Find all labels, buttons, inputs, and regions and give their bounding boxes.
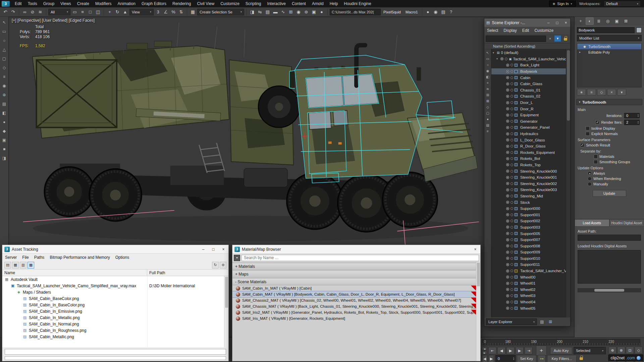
explorer-layers-icon[interactable]: ▤ bbox=[539, 318, 545, 325]
freeze-icon[interactable] bbox=[511, 120, 513, 123]
workspaces-dropdown[interactable]: Default ▾ bbox=[604, 1, 641, 7]
visibility-eye-icon[interactable] bbox=[506, 176, 509, 179]
freeze-icon[interactable] bbox=[511, 232, 513, 235]
scene-search-input[interactable] bbox=[486, 36, 546, 42]
tab-houdini-digital-asset[interactable]: Houdini Digital Asset bbox=[609, 219, 644, 227]
lock-icon[interactable] bbox=[580, 357, 583, 360]
Wheel00[interactable]: Wheel00 bbox=[491, 274, 566, 280]
freeze-icon[interactable] bbox=[511, 132, 513, 135]
freeze-icon[interactable] bbox=[511, 214, 513, 216]
left-toolbar-icon[interactable]: ▤ bbox=[1, 101, 7, 107]
visibility-eye-icon[interactable] bbox=[506, 182, 509, 185]
left-toolbar-icon[interactable]: △ bbox=[1, 47, 7, 53]
freeze-icon[interactable] bbox=[511, 64, 513, 66]
freeze-icon[interactable] bbox=[511, 238, 513, 241]
Support005[interactable]: Support005 bbox=[491, 230, 566, 237]
material-group-header[interactable]: - Scene Materials bbox=[232, 278, 476, 285]
freeze-icon[interactable] bbox=[511, 170, 513, 173]
scene-explorer-menu-item[interactable]: Display bbox=[501, 28, 519, 33]
Bodywork[interactable]: Bodywork bbox=[491, 68, 566, 75]
material-list-scrollbar[interactable] bbox=[476, 262, 480, 361]
select-and-move-icon[interactable]: + bbox=[106, 8, 113, 16]
visibility-eye-icon[interactable] bbox=[506, 120, 509, 123]
snap-toggle-icon[interactable]: 3 bbox=[154, 8, 162, 16]
SAM_Cabin_Metallic.png[interactable]: ▨SAM_Cabin_Metallic.png bbox=[2, 334, 228, 340]
R_Door_Glass[interactable]: R_Door_Glass bbox=[491, 143, 566, 149]
menubar-item[interactable]: Houdini Engine bbox=[341, 0, 374, 7]
freeze-icon[interactable] bbox=[511, 288, 513, 291]
left-toolbar-icon[interactable]: ◉ bbox=[1, 83, 7, 89]
material-row[interactable]: SAM_Cabin_MAT ( VRayMtl ) [Bodywork, Cab… bbox=[232, 291, 476, 297]
app-logo-icon[interactable]: 3 bbox=[2, 1, 10, 7]
modifier-stack-row[interactable]: ◉TurboSmooth bbox=[577, 44, 641, 49]
modifier-stack-row[interactable]: ▸Editable Poly bbox=[577, 49, 641, 55]
pick-filter-icon[interactable]: ↖ bbox=[486, 51, 489, 55]
Steering_Knuckle000[interactable]: Steering_Knuckle000 bbox=[491, 168, 566, 174]
asset-details-view-icon[interactable]: ▥ bbox=[20, 262, 26, 268]
left-toolbar-icon[interactable]: ● bbox=[1, 119, 7, 125]
tab-load-assets[interactable]: Load Assets bbox=[575, 219, 609, 227]
freeze-icon[interactable] bbox=[511, 188, 513, 191]
Maps / Shaders[interactable]: ◈Maps / Shaders bbox=[2, 289, 228, 295]
asset-tracking-menu-item[interactable]: File bbox=[19, 255, 31, 260]
visibility-eye-icon[interactable] bbox=[506, 294, 509, 297]
Generator[interactable]: Generator bbox=[491, 118, 566, 125]
full-path-column-header[interactable]: Full Path bbox=[147, 269, 228, 276]
visibility-eye-icon[interactable] bbox=[506, 138, 509, 141]
pixelsquid-button[interactable]: PixelSquid bbox=[381, 10, 403, 14]
Support011[interactable]: Support011 bbox=[491, 261, 566, 268]
viewport-label[interactable]: [+] [Perspective] [User Defined] [Edged … bbox=[12, 18, 95, 23]
pin-stack-icon[interactable]: ∗ bbox=[577, 89, 586, 96]
left-toolbar-icon[interactable]: ○ bbox=[1, 38, 7, 44]
freeze-icon[interactable] bbox=[511, 89, 513, 92]
visibility-eye-icon[interactable] bbox=[506, 282, 509, 285]
scrollbar-thumb[interactable] bbox=[477, 263, 480, 286]
visibility-eye-icon[interactable] bbox=[506, 163, 509, 166]
modifier-list-dropdown[interactable]: Modifier List▾ bbox=[577, 35, 642, 41]
freeze-icon[interactable] bbox=[511, 76, 513, 79]
freeze-icon[interactable] bbox=[511, 182, 513, 185]
Door_L[interactable]: Door_L bbox=[491, 100, 566, 106]
key-selection-dropdown[interactable]: Selected▾ bbox=[574, 347, 606, 354]
toggle-ribbon-icon[interactable]: ▬ bbox=[272, 8, 279, 16]
Steering_Knuckle002[interactable]: Steering_Knuckle002 bbox=[491, 180, 566, 187]
rendered-frame-window-icon[interactable]: ▣ bbox=[310, 8, 318, 16]
menubar-item[interactable]: Edit bbox=[12, 0, 25, 7]
maximize-button[interactable]: □ bbox=[208, 245, 218, 253]
freeze-icon[interactable] bbox=[511, 226, 513, 229]
freeze-icon[interactable] bbox=[511, 207, 513, 210]
left-toolbar-icon[interactable]: ◆ bbox=[1, 128, 7, 134]
left-toolbar-icon[interactable]: ◨ bbox=[1, 155, 7, 161]
named-selection-set-dropdown[interactable]: Create Selection Se▾ bbox=[197, 9, 244, 15]
Cabin_Glass[interactable]: Cabin_Glass bbox=[491, 81, 566, 87]
bone-filter-icon[interactable]: ◇ bbox=[486, 105, 489, 109]
Stock[interactable]: Stock bbox=[491, 199, 566, 205]
left-toolbar-icon[interactable]: ▭ bbox=[1, 28, 7, 35]
freeze-icon[interactable] bbox=[511, 126, 513, 129]
freeze-icon[interactable] bbox=[511, 257, 513, 260]
material-row[interactable]: SAM_Cabin_In_MAT ( VRayMtl ) [Cabin] bbox=[232, 285, 476, 291]
go-to-start-button[interactable]: ⇤ bbox=[488, 347, 496, 354]
render-setup-icon[interactable]: ⊚ bbox=[303, 8, 310, 16]
material-search-input[interactable] bbox=[241, 255, 479, 261]
freeze-icon[interactable] bbox=[511, 139, 513, 141]
menubar-item[interactable]: Create bbox=[74, 0, 92, 7]
xref-filter-icon[interactable]: ⊠ bbox=[486, 99, 489, 103]
scene-explorer-menu-item[interactable]: Select bbox=[484, 28, 501, 33]
menubar-item[interactable]: Group bbox=[40, 0, 57, 7]
visibility-eye-icon[interactable] bbox=[506, 201, 509, 204]
freeze-icon[interactable] bbox=[511, 263, 513, 266]
Wheel03[interactable]: Wheel03 bbox=[491, 293, 566, 299]
add-key-button[interactable]: + bbox=[536, 346, 547, 356]
Support000[interactable]: Support000 bbox=[491, 205, 566, 212]
select-object-icon[interactable]: ▭ bbox=[71, 8, 78, 16]
next-key-icon[interactable]: ▶ bbox=[489, 355, 494, 362]
visibility-eye-icon[interactable] bbox=[506, 276, 509, 279]
material-group-header[interactable]: + Materials bbox=[232, 263, 476, 270]
utilities-tab-icon[interactable]: ⊠ bbox=[622, 17, 630, 25]
play-button[interactable]: ▶ bbox=[506, 347, 515, 354]
angle-snap-icon[interactable]: ∠ bbox=[162, 8, 169, 16]
selection-filter-dropdown[interactable]: All▾ bbox=[48, 9, 70, 15]
explorer-mode-dropdown[interactable]: Layer Explorer▾ bbox=[486, 318, 537, 325]
freeze-icon[interactable] bbox=[511, 95, 513, 98]
